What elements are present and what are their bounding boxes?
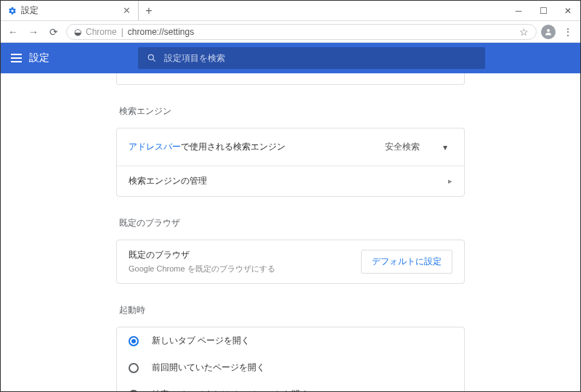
radio-icon [129, 363, 139, 373]
startup-option-continue[interactable]: 前回開いていたページを開く [117, 354, 464, 381]
default-browser-title: 既定のブラウザ [129, 249, 275, 261]
search-engine-dropdown[interactable]: 安全検索 ▾ [380, 137, 452, 157]
search-engine-card: アドレスバーで使用される検索エンジン 安全検索 ▾ 検索エンジンの管理 ▸ [116, 128, 465, 197]
settings-search[interactable]: 設定項目を検索 [138, 47, 485, 69]
url-prefix: Chrome [86, 27, 117, 37]
section-label-default-browser: 既定のブラウザ [119, 217, 465, 229]
window-controls: ─ ☐ ✕ [506, 1, 580, 21]
minimize-button[interactable]: ─ [506, 1, 531, 20]
set-default-button[interactable]: デフォルトに設定 [361, 250, 452, 274]
url-text: chrome://settings [128, 27, 194, 37]
search-engine-row[interactable]: アドレスバーで使用される検索エンジン 安全検索 ▾ [117, 128, 464, 166]
settings-header: 設定 設定項目を検索 [1, 43, 580, 73]
omnibox[interactable]: ◒ Chrome | chrome://settings ☆ [66, 24, 537, 40]
title-bar: 設定 ✕ + ─ ☐ ✕ [1, 1, 580, 21]
address-bar-link[interactable]: アドレスバー [129, 142, 181, 152]
default-browser-subtitle: Google Chrome を既定のブラウザにする [129, 264, 275, 274]
site-info-icon: ◒ [74, 27, 81, 37]
default-browser-card: 既定のブラウザ Google Chrome を既定のブラウザにする デフォルトに… [116, 240, 465, 284]
section-label-startup: 起動時 [119, 304, 465, 317]
settings-content[interactable]: 検索エンジン アドレスバーで使用される検索エンジン 安全検索 ▾ 検索エンジンの… [1, 73, 580, 391]
back-button[interactable]: ← [5, 24, 21, 40]
maximize-button[interactable]: ☐ [531, 1, 556, 20]
tab-title: 設定 [21, 4, 118, 17]
section-label-search-engine: 検索エンジン [119, 105, 465, 118]
profile-avatar[interactable] [541, 25, 556, 39]
manage-search-engines-row[interactable]: 検索エンジンの管理 ▸ [117, 166, 464, 196]
chevron-right-icon: ▸ [448, 176, 452, 186]
page-title: 設定 [29, 52, 49, 65]
svg-line-2 [153, 59, 155, 61]
svg-point-1 [148, 54, 153, 60]
svg-point-0 [547, 29, 550, 32]
startup-option-specific[interactable]: 特定のページまたはページセットを開く [117, 381, 464, 391]
radio-icon [129, 390, 139, 392]
close-button[interactable]: ✕ [556, 1, 580, 20]
close-icon[interactable]: ✕ [123, 5, 131, 16]
menu-button[interactable]: ⋮ [560, 24, 576, 40]
new-tab-button[interactable]: + [139, 1, 159, 21]
startup-option-new-tab[interactable]: 新しいタブ ページを開く [117, 327, 464, 354]
radio-icon [129, 336, 139, 346]
startup-card: 新しいタブ ページを開く 前回開いていたページを開く 特定のページまたはページセ… [116, 327, 465, 391]
previous-card-fragment [116, 73, 465, 85]
search-placeholder: 設定項目を検索 [164, 52, 225, 65]
forward-button[interactable]: → [25, 24, 41, 40]
browser-tab[interactable]: 設定 ✕ [1, 1, 139, 21]
gear-icon [8, 7, 17, 15]
bookmark-icon[interactable]: ☆ [519, 26, 529, 38]
reload-button[interactable]: ⟳ [46, 24, 62, 40]
dropdown-arrow-icon: ▾ [443, 142, 447, 152]
hamburger-icon[interactable] [11, 54, 22, 62]
address-bar: ← → ⟳ ◒ Chrome | chrome://settings ☆ ⋮ [1, 21, 580, 43]
search-icon [147, 53, 157, 63]
